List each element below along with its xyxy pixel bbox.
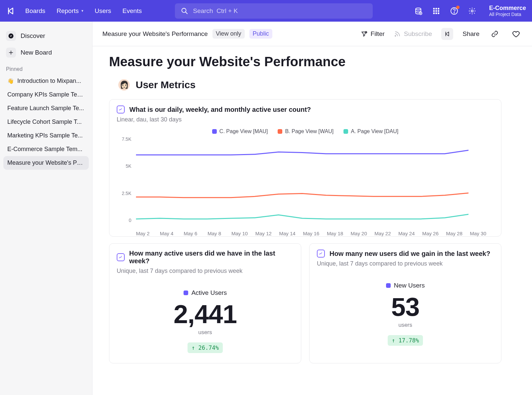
page-bar: Measure your Website's Performance View … bbox=[92, 22, 532, 46]
legend-label: B. Page View [WAU] bbox=[285, 128, 333, 134]
nav-boards[interactable]: Boards bbox=[25, 7, 45, 15]
sidebar-discover[interactable]: Discover bbox=[3, 28, 89, 44]
search-input[interactable] bbox=[193, 7, 367, 15]
link-button[interactable] bbox=[489, 28, 501, 40]
top-nav: Boards Reports ▾ Users Events E-Commerce… bbox=[0, 0, 532, 22]
sidebar-item[interactable]: Marketing KPIs Sample Te... bbox=[3, 129, 89, 142]
sidebar-item[interactable]: Company KPIs Sample Tem... bbox=[3, 88, 89, 101]
svg-rect-12 bbox=[438, 12, 440, 14]
svg-rect-11 bbox=[436, 12, 437, 14]
nav-reports-label: Reports bbox=[57, 7, 79, 15]
view-only-badge: View only bbox=[212, 29, 245, 39]
legend-swatch bbox=[212, 129, 217, 134]
logo-chip-button[interactable] bbox=[441, 28, 453, 40]
sidebar-discover-label: Discover bbox=[21, 32, 45, 40]
x-axis-labels: May 2May 4May 6May 8May 10May 12May 14Ma… bbox=[136, 231, 494, 236]
sidebar-item[interactable]: Lifecycle Cohort Sample T... bbox=[3, 115, 89, 129]
card-active-users-metric[interactable]: How many active users did we have in the… bbox=[109, 243, 301, 363]
page-title: Measure your Website's Performance bbox=[109, 54, 501, 69]
heart-icon bbox=[512, 30, 520, 38]
public-badge[interactable]: Public bbox=[249, 29, 272, 39]
card-subtitle: Linear, dau, last 30 days bbox=[117, 116, 494, 123]
database-icon[interactable] bbox=[414, 7, 423, 15]
share-label: Share bbox=[463, 30, 479, 38]
card-title: What is our daily, weekly, and monthly a… bbox=[129, 106, 311, 113]
sidebar: Discover New Board Pinned 👋Introduction … bbox=[0, 22, 92, 395]
nav-users[interactable]: Users bbox=[95, 7, 111, 15]
filter-icon bbox=[361, 31, 367, 37]
chart-legend: C. Page View [MAU]B. Page View [WAU]A. P… bbox=[109, 124, 501, 136]
chevron-down-icon: ▾ bbox=[81, 9, 83, 13]
svg-rect-5 bbox=[436, 8, 437, 9]
card-subtitle: Unique, last 7 days compared to previous… bbox=[317, 260, 494, 267]
legend-label: C. Page View [MAU] bbox=[219, 128, 268, 134]
metric-label-text: Active Users bbox=[192, 289, 227, 296]
svg-point-14 bbox=[454, 12, 455, 13]
nav-reports[interactable]: Reports ▾ bbox=[57, 7, 83, 15]
sidebar-new-board[interactable]: New Board bbox=[3, 44, 89, 61]
svg-point-18 bbox=[395, 35, 396, 36]
legend-item[interactable]: C. Page View [MAU] bbox=[212, 128, 268, 134]
favorite-button[interactable] bbox=[510, 28, 522, 40]
top-icons bbox=[414, 7, 476, 15]
section-header: 👩🏻 User Metrics bbox=[118, 79, 501, 91]
chart-icon bbox=[117, 253, 125, 261]
legend-swatch bbox=[386, 283, 391, 288]
settings-icon[interactable] bbox=[468, 7, 476, 15]
sidebar-item[interactable]: Feature Launch Sample Te... bbox=[3, 101, 89, 115]
plus-icon bbox=[6, 48, 16, 58]
legend-item[interactable]: A. Page View [DAU] bbox=[343, 128, 398, 134]
card-active-users-chart[interactable]: What is our daily, weekly, and monthly a… bbox=[109, 99, 501, 237]
wave-icon: 👋 bbox=[7, 78, 14, 84]
metric-unit: users bbox=[113, 329, 298, 336]
svg-rect-9 bbox=[438, 10, 440, 12]
compass-icon bbox=[6, 31, 16, 41]
help-icon[interactable] bbox=[450, 7, 459, 15]
nav-links: Boards Reports ▾ Users Events bbox=[25, 7, 142, 15]
metric-delta: ↑ 17.78% bbox=[388, 335, 423, 346]
svg-rect-8 bbox=[436, 10, 437, 12]
chart-icon bbox=[117, 105, 125, 113]
pinned-header: Pinned bbox=[3, 61, 89, 74]
sidebar-item[interactable]: Measure your Website's Pe... bbox=[3, 156, 89, 170]
metric-value: 2,441 bbox=[113, 301, 298, 327]
metric-unit: users bbox=[313, 322, 498, 328]
legend-item[interactable]: B. Page View [WAU] bbox=[278, 128, 333, 134]
legend-swatch bbox=[343, 129, 348, 134]
section-avatar-icon: 👩🏻 bbox=[118, 79, 130, 91]
notification-dot bbox=[456, 6, 460, 9]
y-axis-labels: 7.5K5K2.5K0 bbox=[114, 136, 131, 223]
search-icon bbox=[181, 7, 188, 15]
breadcrumb-title: Measure your Website's Performance bbox=[102, 30, 208, 38]
main-area: Measure your Website's Performance View … bbox=[92, 22, 532, 395]
legend-label: A. Page View [DAU] bbox=[351, 128, 398, 134]
card-subtitle: Unique, last 7 days compared to previous… bbox=[117, 268, 294, 275]
search-bar[interactable] bbox=[175, 3, 373, 19]
share-button[interactable]: Share bbox=[463, 30, 479, 38]
filter-label: Filter bbox=[371, 30, 385, 38]
apps-grid-icon[interactable] bbox=[432, 7, 441, 15]
nav-events[interactable]: Events bbox=[122, 7, 142, 15]
sidebar-item[interactable]: 👋Introduction to Mixpan... bbox=[3, 74, 89, 88]
content: Measure your Website's Performance 👩🏻 Us… bbox=[92, 46, 518, 390]
card-title: How many new users did we gain in the la… bbox=[330, 250, 490, 258]
card-new-users-metric[interactable]: How many new users did we gain in the la… bbox=[309, 243, 501, 363]
sidebar-item[interactable]: E-Commerce Sample Tem... bbox=[3, 142, 89, 156]
legend-swatch bbox=[184, 291, 188, 295]
app-logo[interactable] bbox=[6, 6, 15, 16]
legend-swatch bbox=[278, 129, 282, 134]
project-scope: All Project Data bbox=[489, 12, 526, 17]
sidebar-newboard-label: New Board bbox=[21, 49, 52, 56]
svg-rect-4 bbox=[433, 8, 435, 9]
svg-rect-10 bbox=[433, 12, 435, 14]
link-icon bbox=[491, 30, 498, 38]
metric-label: Active Users bbox=[184, 289, 227, 296]
filter-button[interactable]: Filter bbox=[361, 30, 385, 38]
project-selector[interactable]: E-Commerce All Project Data bbox=[489, 5, 526, 17]
project-name: E-Commerce bbox=[489, 5, 526, 12]
svg-point-2 bbox=[416, 8, 421, 10]
metric-delta: ↑ 26.74% bbox=[188, 342, 223, 353]
section-title: User Metrics bbox=[136, 79, 196, 91]
subscribe-button[interactable]: Subscribe bbox=[394, 30, 432, 38]
card-title: How many active users did we have in the… bbox=[129, 250, 294, 265]
